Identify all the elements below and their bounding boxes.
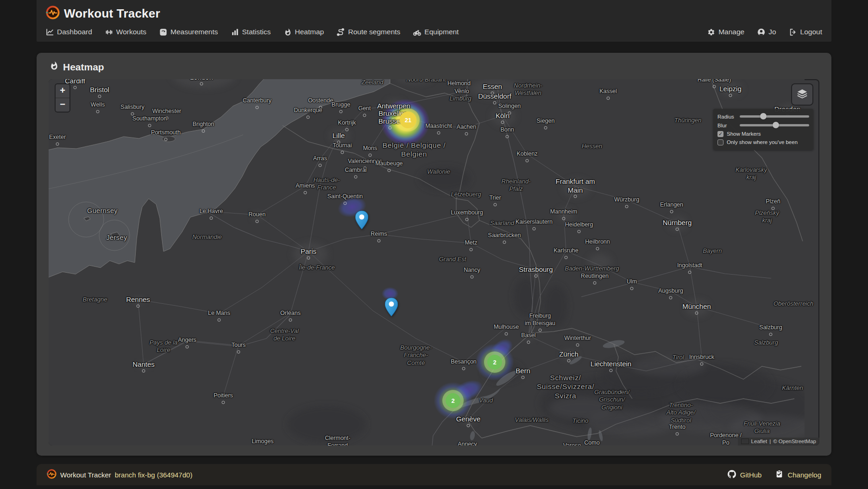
- radius-slider-thumb[interactable]: [760, 113, 767, 119]
- footer-app-name: Workout Tracker: [60, 471, 111, 479]
- page-title: Heatmap: [50, 61, 819, 73]
- attribution-separator: |: [769, 439, 771, 444]
- zoom-in-button[interactable]: +: [56, 84, 69, 98]
- nav-label: Workouts: [116, 28, 146, 36]
- ukraine-flag-icon: [741, 439, 749, 444]
- scale-icon: [159, 28, 167, 36]
- radius-slider[interactable]: [740, 115, 809, 118]
- app-footer: Workout Tracker branch fix-bg (364947d0)…: [37, 464, 831, 485]
- heatmap-card: Heatmap LondonCardiffBristolWellsSalisbu…: [37, 53, 831, 456]
- dumbbell-icon: [105, 28, 113, 36]
- nav-item-heatmap[interactable]: Heatmap: [284, 28, 324, 36]
- github-link[interactable]: GitHub: [740, 471, 762, 479]
- radius-row: Radius: [717, 112, 809, 121]
- only-show-checkbox[interactable]: [717, 139, 723, 145]
- route-icon: [337, 28, 345, 36]
- show-markers-option[interactable]: ✓ Show Markers: [717, 130, 809, 138]
- page-container: Workout Tracker DashboardWorkoutsMeasure…: [37, 0, 831, 485]
- main-nav: DashboardWorkoutsMeasurementsStatisticsH…: [46, 28, 822, 36]
- nav-item-statistics[interactable]: Statistics: [231, 28, 271, 36]
- cluster-count: 2: [487, 355, 502, 370]
- only-show-option[interactable]: Only show where you've been: [717, 138, 809, 146]
- pin-marker[interactable]: [385, 298, 398, 318]
- brand[interactable]: Workout Tracker: [46, 6, 822, 21]
- changelog-link[interactable]: Changelog: [787, 471, 821, 479]
- nav-item-dashboard[interactable]: Dashboard: [46, 28, 92, 36]
- user-circle-icon: [757, 28, 765, 36]
- nav-label: Statistics: [242, 28, 271, 36]
- cluster-marker[interactable]: 2: [487, 355, 502, 370]
- nav-item-route-segments[interactable]: Route segments: [337, 28, 400, 36]
- only-show-label: Only show where you've been: [727, 139, 798, 145]
- nav-label: Route segments: [348, 28, 400, 36]
- map-tiles: [49, 79, 805, 445]
- nav-item-measurements[interactable]: Measurements: [159, 28, 218, 36]
- nav-item-equipment[interactable]: Equipment: [413, 28, 459, 36]
- pin-marker[interactable]: [355, 211, 368, 231]
- changelog-icon: [775, 470, 783, 479]
- app-logo-icon: [46, 6, 60, 21]
- blur-row: Blur: [717, 121, 809, 130]
- show-markers-checkbox[interactable]: ✓: [717, 131, 723, 137]
- flame-icon: [50, 61, 59, 73]
- app-title: Workout Tracker: [64, 6, 160, 21]
- nav-left: DashboardWorkoutsMeasurementsStatisticsH…: [46, 28, 459, 36]
- cluster-marker[interactable]: 21: [400, 112, 416, 128]
- nav-item-logout[interactable]: Logout: [789, 28, 822, 36]
- zoom-out-button[interactable]: −: [56, 98, 69, 112]
- nav-label: Manage: [718, 28, 744, 36]
- footer-links: GitHub Changelog: [728, 470, 821, 480]
- chart-line-icon: [46, 28, 54, 36]
- page-title-text: Heatmap: [63, 62, 104, 73]
- github-icon: [728, 470, 736, 480]
- heatmap-settings-panel: Radius Blur ✓ Show Markers Only show whe…: [713, 109, 813, 150]
- zoom-control: + −: [55, 83, 70, 113]
- bicycle-icon: [413, 28, 421, 36]
- layers-control[interactable]: [791, 83, 813, 106]
- nav-label: Logout: [800, 28, 822, 36]
- radius-label: Radius: [717, 114, 737, 119]
- branch-link[interactable]: branch fix-bg (364947d0): [115, 471, 193, 479]
- nav-right: ManageJoLogout: [707, 28, 822, 36]
- nav-label: Jo: [768, 28, 776, 36]
- leaflet-link[interactable]: Leaflet: [751, 439, 767, 444]
- cluster-count: 2: [446, 393, 460, 408]
- app-header: Workout Tracker DashboardWorkoutsMeasure…: [37, 0, 831, 42]
- cluster-marker[interactable]: 2: [446, 393, 460, 408]
- blur-label: Blur: [717, 123, 737, 128]
- layers-icon: [796, 87, 809, 102]
- footer-brand: Workout Tracker branch fix-bg (364947d0): [47, 469, 192, 480]
- nav-label: Dashboard: [57, 28, 92, 36]
- bar-chart-icon: [231, 28, 239, 36]
- blur-slider-thumb[interactable]: [773, 122, 779, 128]
- show-markers-label: Show Markers: [727, 131, 761, 137]
- nav-label: Measurements: [170, 28, 218, 36]
- logout-icon: [789, 28, 797, 36]
- map-canvas[interactable]: LondonCardiffBristolWellsSalisburyWinche…: [49, 79, 819, 445]
- nav-item-workouts[interactable]: Workouts: [105, 28, 146, 36]
- footer-logo-icon: [47, 469, 57, 480]
- cluster-count: 21: [400, 112, 416, 128]
- osm-link[interactable]: © OpenStreetMap: [773, 439, 816, 444]
- gear-icon: [707, 28, 715, 36]
- flame-icon: [284, 28, 292, 36]
- blur-slider[interactable]: [740, 124, 809, 126]
- nav-item-profile[interactable]: Jo: [757, 28, 776, 36]
- map-attribution: Leaflet | © OpenStreetMap: [738, 438, 819, 445]
- nav-label: Heatmap: [295, 28, 324, 36]
- nav-item-manage[interactable]: Manage: [707, 28, 744, 36]
- nav-label: Equipment: [424, 28, 459, 36]
